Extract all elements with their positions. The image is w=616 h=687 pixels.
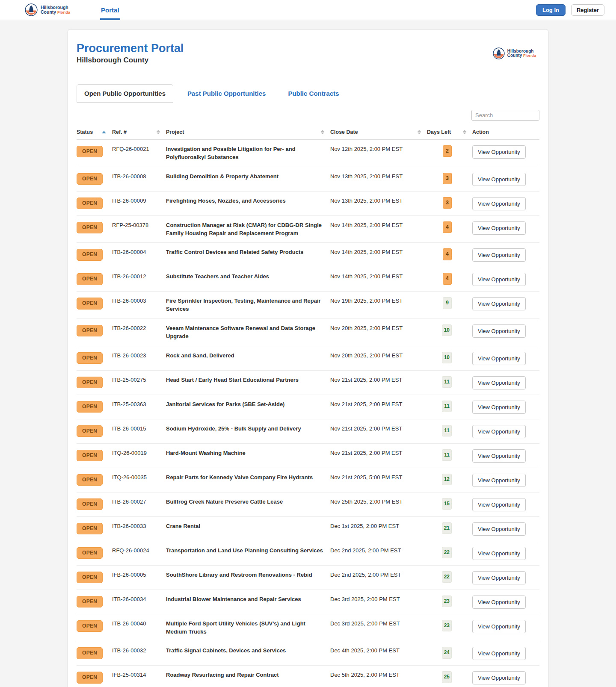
project-name: Transportation and Land Use Planning Con… [166, 547, 330, 555]
view-opportunity-button[interactable]: View Opportunity [472, 522, 526, 536]
status-badge: OPEN [77, 401, 103, 413]
days-left-badge: 9 [443, 297, 452, 309]
nav-item-portal[interactable]: Portal [100, 0, 120, 20]
view-opportunity-button[interactable]: View Opportunity [472, 401, 526, 414]
days-left-cell: 11 [427, 401, 472, 412]
status-cell: OPEN [77, 352, 112, 364]
view-opportunity-button[interactable]: View Opportunity [472, 474, 526, 487]
ref-number: RFQ-26-00024 [112, 547, 166, 555]
column-header-close-date[interactable]: Close Date [330, 129, 427, 135]
project-name: Substitute Teachers and Teacher Aides [166, 273, 330, 281]
login-button[interactable]: Log In [536, 4, 566, 16]
ref-number: ITB-26-00033 [112, 522, 166, 531]
days-left-cell: 10 [427, 352, 472, 363]
close-date: Nov 14th 2025, 2:00 PM EST [330, 273, 427, 281]
close-date: Nov 14th 2025, 2:00 PM EST [330, 221, 427, 230]
days-left-badge: 12 [442, 474, 452, 485]
status-cell: OPEN [77, 647, 112, 659]
view-opportunity-button[interactable]: View Opportunity [472, 197, 526, 210]
view-opportunity-button[interactable]: View Opportunity [472, 596, 526, 609]
table-row: OPENITB-26-00015Sodium Hydroxide, 25% - … [77, 419, 539, 444]
table-row: OPENITQ-26-00035Repair Parts for Kennedy… [77, 468, 539, 492]
days-left-badge: 2 [443, 145, 452, 157]
ref-number: ITB-26-00008 [112, 173, 166, 181]
days-left-badge: 11 [442, 401, 452, 412]
view-opportunity-button[interactable]: View Opportunity [472, 571, 526, 584]
ref-number: ITB-26-00040 [112, 620, 166, 628]
days-left-cell: 22 [427, 547, 472, 558]
view-opportunity-button[interactable]: View Opportunity [472, 376, 526, 389]
ref-number: ITB-26-00034 [112, 596, 166, 604]
view-opportunity-button[interactable]: View Opportunity [472, 620, 526, 633]
view-opportunity-button[interactable]: View Opportunity [472, 647, 526, 660]
ref-number: ITB-26-00022 [112, 324, 166, 333]
days-left-cell: 4 [427, 221, 472, 233]
table-row: OPENITB-26-00027Bullfrog Creek Nature Pr… [77, 492, 539, 517]
county-emblem-icon [493, 47, 505, 59]
ref-number: ITQ-26-00035 [112, 474, 166, 482]
view-opportunity-button[interactable]: View Opportunity [472, 145, 526, 159]
action-cell: View Opportunity [472, 498, 539, 511]
county-logo[interactable]: Hillsborough County Florida [25, 3, 70, 16]
sort-ascending-icon [102, 131, 106, 133]
top-navbar: Hillsborough County Florida Portal Log I… [0, 0, 616, 20]
column-header-days-left[interactable]: Days Left [427, 129, 472, 135]
table-body: OPENRFQ-26-00021Investigation and Possib… [77, 140, 539, 687]
project-name: Bullfrog Creek Nature Preserve Cattle Le… [166, 498, 330, 506]
view-opportunity-button[interactable]: View Opportunity [472, 248, 526, 262]
ref-number: ITB-25-00363 [112, 401, 166, 409]
tab-past-public-opportunities[interactable]: Past Public Opportunities [179, 84, 274, 103]
view-opportunity-button[interactable]: View Opportunity [472, 297, 526, 310]
register-button[interactable]: Register [571, 4, 604, 16]
view-opportunity-button[interactable]: View Opportunity [472, 498, 526, 511]
status-badge: OPEN [77, 298, 103, 309]
close-date: Nov 20th 2025, 2:00 PM EST [330, 352, 427, 360]
days-left-cell: 2 [427, 145, 472, 157]
days-left-cell: 11 [427, 425, 472, 436]
status-cell: OPEN [77, 498, 112, 510]
days-left-badge: 10 [442, 324, 452, 336]
search-input[interactable] [471, 110, 539, 121]
status-cell: OPEN [77, 197, 112, 209]
view-opportunity-button[interactable]: View Opportunity [472, 221, 526, 235]
ref-number: ITB-26-00009 [112, 197, 166, 205]
project-name: Industrial Blower Maintenance and Repair… [166, 596, 330, 604]
column-header-ref[interactable]: Ref. # [112, 129, 166, 135]
view-opportunity-button[interactable]: View Opportunity [472, 324, 526, 338]
action-cell: View Opportunity [472, 620, 539, 633]
days-left-cell: 9 [427, 297, 472, 309]
view-opportunity-button[interactable]: View Opportunity [472, 671, 526, 684]
view-opportunity-button[interactable]: View Opportunity [472, 273, 526, 286]
status-badge: OPEN [77, 325, 103, 336]
portal-card: Procurement Portal Hillsborough County H… [68, 29, 548, 687]
action-cell: View Opportunity [472, 273, 539, 286]
days-left-badge: 21 [442, 522, 452, 534]
view-opportunity-button[interactable]: View Opportunity [472, 173, 526, 186]
ref-number: RFQ-26-00021 [112, 145, 166, 153]
project-name: Repair Parts for Kennedy Valve Company F… [166, 474, 330, 482]
days-left-cell: 12 [427, 474, 472, 485]
sort-icon [157, 130, 160, 134]
column-header-status[interactable]: Status [77, 129, 112, 135]
tab-public-contracts[interactable]: Public Contracts [280, 84, 347, 103]
action-cell: View Opportunity [472, 376, 539, 389]
status-cell: OPEN [77, 401, 112, 413]
column-label: Status [77, 129, 93, 135]
status-badge: OPEN [77, 572, 103, 583]
status-badge: OPEN [77, 474, 103, 486]
table-row: OPENITB-26-00003Fire Sprinkler Inspectio… [77, 292, 539, 319]
project-name: Traffic Signal Cabinets, Devices and Ser… [166, 647, 330, 655]
project-name: Fire Sprinkler Inspection, Testing, Main… [166, 297, 330, 313]
view-opportunity-button[interactable]: View Opportunity [472, 425, 526, 438]
tab-open-public-opportunities[interactable]: Open Public Opportunities [77, 84, 173, 103]
view-opportunity-button[interactable]: View Opportunity [472, 352, 526, 365]
column-header-project[interactable]: Project [166, 129, 330, 135]
status-badge: OPEN [77, 425, 103, 437]
county-logo-accent: Florida [57, 10, 70, 15]
column-label: Action [472, 129, 489, 135]
action-cell: View Opportunity [472, 547, 539, 560]
close-date: Nov 14th 2025, 2:00 PM EST [330, 248, 427, 257]
view-opportunity-button[interactable]: View Opportunity [472, 547, 526, 560]
status-badge: OPEN [77, 523, 103, 534]
view-opportunity-button[interactable]: View Opportunity [472, 449, 526, 463]
